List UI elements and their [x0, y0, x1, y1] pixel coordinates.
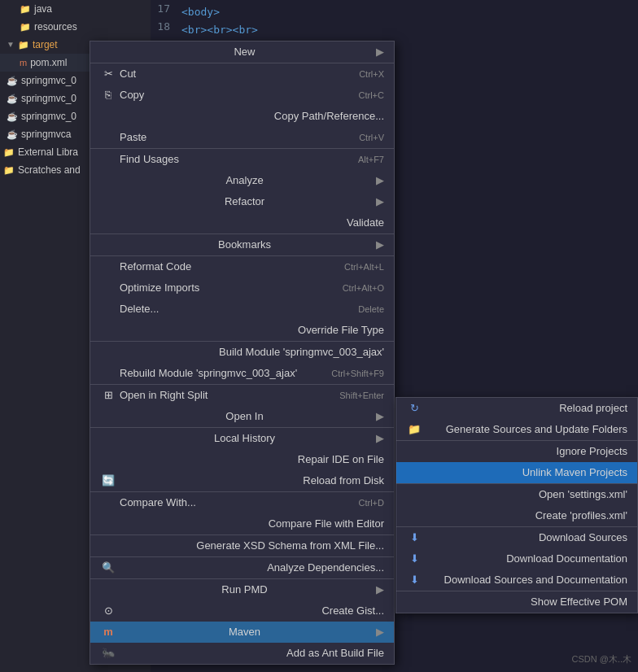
- maven-menu-reload[interactable]: ↻ Reload project: [396, 398, 637, 419]
- menu-item-compare-editor[interactable]: Compare File with Editor: [90, 513, 394, 535]
- menu-item-paste[interactable]: Paste Ctrl+V: [90, 127, 394, 148]
- menu-item-bookmarks[interactable]: Bookmarks ▶: [90, 234, 394, 255]
- submenu-arrow-icon: ▶: [376, 428, 384, 449]
- maven-menu-label: Download Sources: [539, 527, 627, 548]
- shortcut-label: Ctrl+X: [359, 63, 384, 85]
- shortcut-label: Ctrl+C: [359, 85, 384, 106]
- menu-item-label: Add as Ant Build File: [286, 643, 384, 664]
- menu-item-maven[interactable]: m Maven ▶: [90, 622, 394, 643]
- folder-icon: 📁: [3, 143, 15, 161]
- menu-item-label: Bookmarks: [218, 234, 271, 255]
- menu-item-compare-with[interactable]: Compare With... Ctrl+D: [90, 492, 394, 513]
- menu-item-copy-path[interactable]: Copy Path/Reference...: [90, 106, 394, 127]
- submenu-arrow-icon: ▶: [376, 234, 384, 255]
- analyze-deps-icon: 🔍: [100, 557, 116, 578]
- menu-item-cut[interactable]: ✂ Cut Ctrl+X: [90, 63, 394, 85]
- menu-item-label: Repair IDE on File: [298, 449, 384, 470]
- menu-item-label: Optimize Imports: [120, 277, 199, 299]
- submenu-arrow-icon: ▶: [376, 41, 384, 63]
- java-file-icon: ☕: [7, 89, 18, 107]
- menu-item-validate[interactable]: Validate: [90, 212, 394, 233]
- folder-icon: 📁: [3, 161, 15, 179]
- shortcut-label: Alt+F7: [358, 149, 384, 170]
- menu-item-generate-xsd[interactable]: Generate XSD Schema from XML File...: [90, 535, 394, 556]
- menu-item-repair-ide[interactable]: Repair IDE on File: [90, 449, 394, 470]
- tree-item-label: target: [33, 36, 58, 54]
- menu-item-analyze[interactable]: Analyze ▶: [90, 170, 394, 191]
- maven-submenu: ↻ Reload project 📁 Generate Sources and …: [395, 397, 638, 613]
- maven-menu-open-settings[interactable]: Open 'settings.xml': [396, 484, 637, 505]
- ant-icon: 🐜: [100, 643, 116, 664]
- menu-item-create-gist[interactable]: ⊙ Create Gist...: [90, 600, 394, 622]
- maven-menu-download-sources[interactable]: ⬇ Download Sources: [396, 527, 637, 548]
- maven-menu-generate-sources[interactable]: 📁 Generate Sources and Update Folders: [396, 419, 637, 440]
- maven-menu-download-all[interactable]: ⬇ Download Sources and Documentation: [396, 569, 637, 591]
- menu-item-label: Refactor: [225, 191, 264, 212]
- maven-icon: m: [100, 622, 116, 643]
- java-file-icon: ☕: [7, 107, 18, 125]
- folder-icon: 📁: [20, 0, 31, 18]
- menu-item-new[interactable]: New ▶: [90, 41, 394, 63]
- menu-item-reformat[interactable]: Reformat Code Ctrl+Alt+L: [90, 256, 394, 277]
- gist-icon: ⊙: [100, 600, 116, 622]
- menu-item-label: New: [234, 41, 255, 63]
- tree-item-label: springmvc_0: [21, 107, 76, 125]
- copy-icon: ⎘: [100, 85, 116, 106]
- menu-item-label: Copy Path/Reference...: [274, 106, 384, 127]
- tree-item-label: springmvca: [21, 125, 71, 143]
- tree-item-java[interactable]: 📁 java: [0, 0, 151, 18]
- menu-item-label: Copy: [120, 85, 144, 106]
- submenu-arrow-icon: ▶: [376, 170, 384, 191]
- context-menu: New ▶ ✂ Cut Ctrl+X ⎘ Copy Ctrl+C Copy Pa…: [90, 41, 395, 665]
- menu-item-optimize-imports[interactable]: Optimize Imports Ctrl+Alt+O: [90, 277, 394, 299]
- maven-menu-label: Ignore Projects: [557, 441, 627, 462]
- shortcut-label: Shift+Enter: [339, 385, 384, 406]
- java-file-icon: ☕: [7, 72, 18, 89]
- tree-item-resources[interactable]: 📁 resources: [0, 18, 151, 36]
- menu-item-reload-disk[interactable]: 🔄 Reload from Disk: [90, 470, 394, 491]
- shortcut-label: Ctrl+Alt+L: [344, 256, 384, 277]
- menu-item-build-module[interactable]: Build Module 'springmvc_003_ajax': [90, 342, 394, 363]
- maven-menu-unlink[interactable]: Unlink Maven Projects: [396, 462, 637, 483]
- tree-item-label: Scratches and: [18, 161, 81, 179]
- menu-item-copy[interactable]: ⎘ Copy Ctrl+C: [90, 85, 394, 106]
- menu-item-rebuild-module[interactable]: Rebuild Module 'springmvc_003_ajax' Ctrl…: [90, 363, 394, 384]
- folder-icon: 📁: [20, 18, 31, 36]
- maven-menu-show-pom[interactable]: Show Effective POM: [396, 591, 637, 613]
- download-all-icon: ⬇: [406, 569, 422, 591]
- menu-item-label: Delete...: [120, 299, 159, 320]
- maven-menu-label: Reload project: [559, 398, 627, 419]
- maven-menu-ignore[interactable]: Ignore Projects: [396, 441, 637, 462]
- menu-item-local-history[interactable]: Local History ▶: [90, 428, 394, 449]
- menu-item-find-usages[interactable]: Find Usages Alt+F7: [90, 149, 394, 170]
- menu-item-label: Paste: [120, 127, 146, 148]
- tree-item-label: java: [34, 0, 52, 18]
- menu-item-label: Compare File with Editor: [269, 513, 384, 535]
- split-icon: ⊞: [100, 385, 116, 406]
- menu-item-label: Generate XSD Schema from XML File...: [196, 535, 384, 556]
- menu-item-analyze-deps[interactable]: 🔍 Analyze Dependencies...: [90, 557, 394, 578]
- menu-item-open-in[interactable]: Open In ▶: [90, 406, 394, 427]
- submenu-arrow-icon: ▶: [376, 406, 384, 427]
- code-line-17: <body>: [181, 3, 631, 21]
- download-docs-icon: ⬇: [406, 548, 422, 569]
- menu-item-delete[interactable]: Delete... Delete: [90, 299, 394, 320]
- maven-menu-label: Download Sources and Documentation: [444, 569, 627, 591]
- tree-item-label: External Libra: [18, 143, 78, 161]
- menu-item-override-file-type[interactable]: Override File Type: [90, 320, 394, 341]
- menu-item-open-right-split[interactable]: ⊞ Open in Right Split Shift+Enter: [90, 385, 394, 406]
- java-file-icon: ☕: [7, 125, 18, 143]
- menu-item-label: Analyze: [225, 170, 263, 191]
- menu-item-label: Rebuild Module 'springmvc_003_ajax': [120, 363, 297, 384]
- menu-item-run-pmd[interactable]: Run PMD ▶: [90, 579, 394, 600]
- shortcut-label: Ctrl+Alt+O: [343, 277, 384, 299]
- maven-menu-label: Create 'profiles.xml': [535, 505, 627, 526]
- maven-menu-download-docs[interactable]: ⬇ Download Documentation: [396, 548, 637, 569]
- menu-item-add-ant[interactable]: 🐜 Add as Ant Build File: [90, 643, 394, 664]
- maven-menu-label: Download Documentation: [506, 548, 627, 569]
- menu-item-label: Compare With...: [120, 492, 196, 513]
- menu-item-refactor[interactable]: Refactor ▶: [90, 191, 394, 212]
- menu-item-label: Open in Right Split: [120, 385, 208, 406]
- maven-menu-create-profiles[interactable]: Create 'profiles.xml': [396, 505, 637, 526]
- generate-sources-icon: 📁: [406, 419, 422, 440]
